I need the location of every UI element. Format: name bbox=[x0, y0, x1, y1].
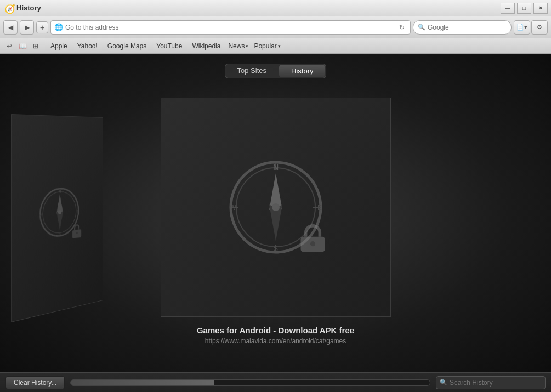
site-info: Games for Android - Download APK free ht… bbox=[197, 326, 354, 345]
lock-icon-main bbox=[298, 224, 328, 254]
toolbar-icons: 📄▾ ⚙ bbox=[514, 20, 548, 35]
svg-text:N: N bbox=[59, 189, 61, 194]
forward-button[interactable]: ▶ bbox=[20, 20, 34, 35]
close-button[interactable]: ✕ bbox=[533, 3, 548, 14]
svg-text:S: S bbox=[273, 245, 277, 253]
back-page-icon[interactable]: ↩ bbox=[4, 41, 14, 51]
bookmark-google-maps[interactable]: Google Maps bbox=[105, 41, 149, 51]
main-content: Top Sites History N S W E bbox=[0, 54, 551, 372]
app-icon: 🧭 bbox=[4, 4, 13, 13]
tab-strip: Top Sites History bbox=[225, 64, 327, 78]
lock-icon-small bbox=[71, 222, 83, 240]
svg-text:E: E bbox=[317, 204, 321, 212]
minimize-button[interactable]: — bbox=[501, 3, 515, 14]
bookmarks-icon[interactable]: 📖 bbox=[18, 41, 27, 51]
svg-text:S: S bbox=[59, 231, 61, 237]
bookmarks-bar: ↩ 📖 ⊞ Apple Yahoo! Google Maps YouTube W… bbox=[0, 38, 551, 54]
site-url: https://www.malavida.com/en/android/cat/… bbox=[197, 337, 354, 345]
search-history-icon: 🔍 bbox=[440, 379, 447, 386]
search-icon: 🔍 bbox=[418, 24, 425, 31]
progress-bar-fill bbox=[71, 380, 214, 385]
grid-icon[interactable]: ⊞ bbox=[31, 41, 41, 51]
google-search-bar: 🔍 bbox=[413, 20, 512, 35]
svg-point-25 bbox=[310, 241, 315, 246]
window-title: History bbox=[16, 4, 41, 12]
clear-history-button[interactable]: Clear History... bbox=[5, 376, 65, 389]
tab-top-sites[interactable]: Top Sites bbox=[225, 64, 279, 78]
address-input[interactable] bbox=[65, 24, 395, 31]
progress-bar bbox=[70, 379, 430, 386]
open-file-button[interactable]: 📄▾ bbox=[514, 20, 530, 35]
chevron-down-icon: ▾ bbox=[278, 43, 281, 49]
bookmark-icons: ↩ 📖 ⊞ bbox=[4, 41, 41, 51]
site-title: Games for Android - Download APK free bbox=[197, 326, 354, 335]
bookmark-wikipedia[interactable]: Wikipedia bbox=[190, 41, 223, 51]
add-tab-button[interactable]: + bbox=[36, 21, 48, 33]
svg-point-19 bbox=[272, 203, 280, 211]
bookmark-popular[interactable]: Popular ▾ bbox=[254, 42, 280, 50]
compass-small: N S W E bbox=[38, 185, 80, 243]
svg-text:E: E bbox=[77, 209, 79, 214]
history-panel-main[interactable]: N S W E bbox=[161, 98, 391, 317]
address-icon: 🌐 bbox=[54, 23, 63, 31]
compass-main: N S W E bbox=[226, 158, 325, 257]
window-controls: — □ ✕ bbox=[501, 3, 548, 14]
bookmark-youtube[interactable]: YouTube bbox=[154, 41, 184, 51]
bookmark-yahoo[interactable]: Yahoo! bbox=[75, 41, 100, 51]
bookmark-apple[interactable]: Apple bbox=[48, 41, 70, 51]
search-history-bar: 🔍 bbox=[436, 376, 546, 389]
tab-history[interactable]: History bbox=[279, 65, 325, 77]
svg-text:W: W bbox=[230, 204, 236, 212]
status-bar: Clear History... 🔍 bbox=[0, 372, 551, 392]
svg-text:W: W bbox=[39, 212, 43, 218]
address-bar: 🌐 ↻ bbox=[50, 20, 411, 35]
refresh-button[interactable]: ↻ bbox=[397, 22, 407, 32]
settings-button[interactable]: ⚙ bbox=[531, 20, 548, 35]
bookmark-news[interactable]: News ▾ bbox=[228, 42, 248, 50]
nav-bar: ◀ ▶ + 🌐 ↻ 🔍 📄▾ ⚙ bbox=[0, 16, 551, 38]
history-panel-bg[interactable]: N S W E bbox=[11, 114, 103, 322]
svg-text:N: N bbox=[272, 163, 278, 172]
maximize-button[interactable]: □ bbox=[517, 3, 531, 14]
search-history-input[interactable] bbox=[450, 379, 542, 387]
title-bar: 🧭 History — □ ✕ bbox=[0, 0, 551, 16]
chevron-down-icon: ▾ bbox=[246, 43, 248, 49]
search-input[interactable] bbox=[428, 24, 510, 31]
back-button[interactable]: ◀ bbox=[3, 20, 18, 35]
